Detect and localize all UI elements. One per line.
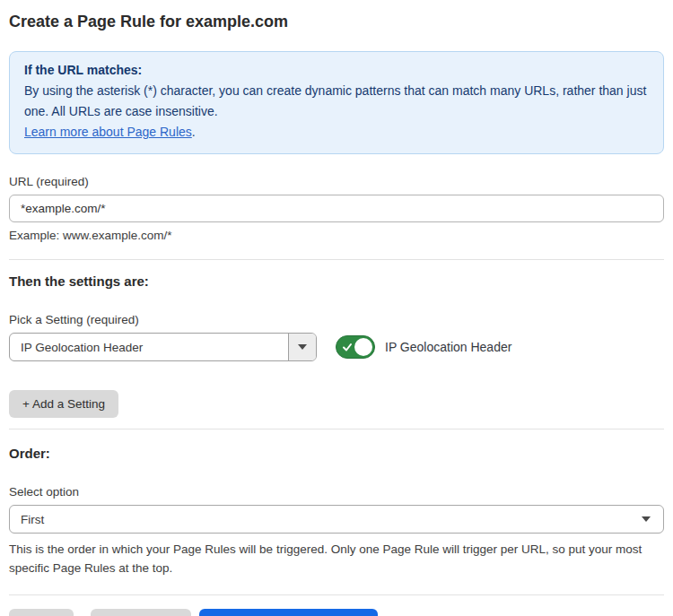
pick-setting-label: Pick a Setting (required) (9, 313, 664, 326)
setting-select-value: IP Geolocation Header (10, 334, 288, 360)
save-as-draft-button[interactable]: Save as Draft (91, 609, 191, 616)
cancel-button[interactable]: Cancel (9, 609, 74, 616)
order-select-value: First (21, 513, 642, 526)
divider (9, 429, 664, 429)
setting-select-arrow-button[interactable] (288, 334, 316, 360)
order-select[interactable]: First (9, 505, 664, 534)
divider (9, 594, 664, 595)
add-setting-button[interactable]: + Add a Setting (9, 390, 118, 418)
url-field-label: URL (required) (9, 175, 664, 188)
setting-select[interactable]: IP Geolocation Header (9, 333, 317, 361)
divider (9, 259, 664, 260)
setting-picker-row: IP Geolocation Header IP Geolocation Hea… (9, 333, 664, 361)
order-help-text: This is the order in which your Page Rul… (9, 540, 664, 577)
toggle-knob (354, 338, 372, 356)
check-icon (342, 342, 353, 352)
url-example-text: Example: www.example.com/* (9, 229, 664, 242)
toggle-label: IP Geolocation Header (385, 340, 511, 354)
url-match-info-box: If the URL matches: By using the asteris… (9, 51, 664, 154)
page-title: Create a Page Rule for example.com (9, 11, 664, 32)
order-select-label: Select option (9, 485, 664, 499)
ip-geolocation-toggle[interactable] (336, 335, 375, 359)
order-section-heading: Order: (9, 446, 664, 461)
page-rule-form: Create a Page Rule for example.com If th… (0, 11, 673, 616)
learn-more-link[interactable]: Learn more about Page Rules (24, 125, 192, 139)
chevron-down-icon (642, 516, 651, 522)
info-box-heading: If the URL matches: (24, 60, 649, 81)
link-period: . (192, 125, 196, 139)
save-and-deploy-button[interactable]: Save and Deploy Page Rule (199, 609, 379, 616)
settings-section-heading: Then the settings are: (9, 273, 664, 289)
info-box-link-line: Learn more about Page Rules. (24, 122, 649, 143)
url-input[interactable] (9, 195, 664, 222)
form-actions: Cancel Save as Draft Save and Deploy Pag… (9, 609, 664, 616)
info-box-body: By using the asterisk (*) character, you… (24, 81, 649, 122)
chevron-down-icon (298, 344, 307, 350)
